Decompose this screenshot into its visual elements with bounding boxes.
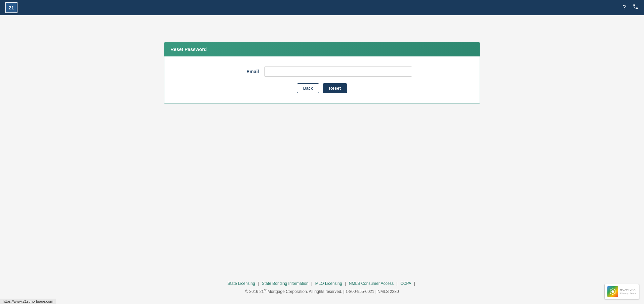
- main-content: Reset Password Email Back Reset: [0, 15, 644, 273]
- footer-sep-2: |: [311, 281, 312, 286]
- footer-copyright: © 2016 21st Mortgage Corporation. All ri…: [0, 288, 644, 294]
- header-icons: ?: [622, 4, 639, 11]
- back-button[interactable]: Back: [297, 83, 319, 93]
- footer-sep-3: |: [345, 281, 346, 286]
- footer-link-mlo-licensing[interactable]: MLO Licensing: [315, 281, 342, 286]
- app-header: 21 ?: [0, 0, 644, 15]
- status-url: https://www.21stmortgage.com: [3, 299, 53, 303]
- footer-link-nmls[interactable]: NMLS Consumer Access: [349, 281, 394, 286]
- footer-sep-4: |: [397, 281, 398, 286]
- recaptcha-badge: reCAPTCHA Privacy - Terms: [604, 284, 639, 299]
- copyright-super: st: [264, 288, 267, 292]
- footer: State Licensing | State Bonding Informat…: [0, 273, 644, 304]
- status-bar: https://www.21stmortgage.com: [0, 299, 56, 304]
- phone-icon[interactable]: [633, 4, 639, 11]
- card-header: Reset Password: [164, 42, 480, 56]
- help-icon[interactable]: ?: [622, 4, 626, 11]
- footer-sep-1: |: [258, 281, 259, 286]
- button-row: Back Reset: [178, 83, 466, 93]
- email-input[interactable]: [264, 67, 412, 77]
- card-body: Email Back Reset: [164, 56, 480, 103]
- email-row: Email: [178, 67, 466, 77]
- reset-button[interactable]: Reset: [323, 83, 347, 93]
- logo-box: 21: [5, 2, 17, 13]
- card-title: Reset Password: [170, 47, 207, 52]
- footer-link-ccpa[interactable]: CCPA: [400, 281, 411, 286]
- logo: 21: [5, 2, 17, 13]
- recaptcha-text: reCAPTCHA Privacy - Terms: [620, 288, 636, 295]
- recaptcha-logo: [607, 286, 618, 297]
- copyright-text: © 2016 21: [245, 289, 264, 294]
- email-label: Email: [232, 69, 259, 74]
- footer-links: State Licensing | State Bonding Informat…: [0, 280, 644, 286]
- copyright-rest: Mortgage Corporation. All rights reserve…: [267, 289, 399, 294]
- footer-link-state-licensing[interactable]: State Licensing: [228, 281, 255, 286]
- footer-sep-5: |: [414, 281, 415, 286]
- footer-link-state-bonding[interactable]: State Bonding Information: [262, 281, 309, 286]
- logo-text: 21: [9, 5, 14, 10]
- reset-password-card: Reset Password Email Back Reset: [164, 42, 480, 103]
